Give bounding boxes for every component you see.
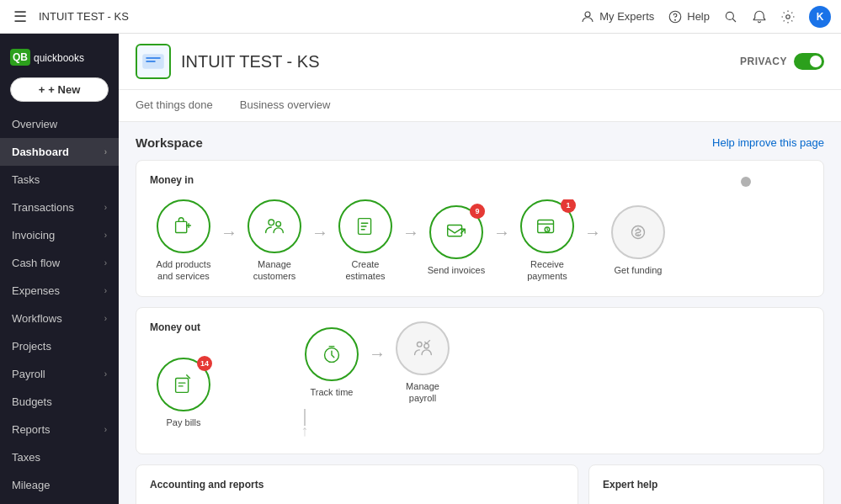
svg-point-21: [424, 343, 429, 348]
notifications-button[interactable]: [752, 9, 767, 24]
gear-icon: [780, 9, 796, 24]
main-layout: QB quickbooks + + New Overview Dashboard…: [0, 34, 841, 504]
flow-item-send-invoices[interactable]: 9 Send invoices: [423, 205, 490, 276]
money-out-card: Money out 14 Pay bills: [136, 307, 824, 455]
search-button[interactable]: [723, 9, 738, 24]
tab-business-overview[interactable]: Business overview: [240, 90, 344, 121]
tab-get-things-done[interactable]: Get things done: [136, 90, 226, 121]
new-button-label: + New: [48, 83, 80, 96]
sidebar-item-budgets[interactable]: Budgets: [0, 388, 119, 416]
flow-circle-receive-payments: 1: [520, 199, 574, 253]
flow-item-pay-bills[interactable]: 14 Pay bills: [150, 358, 217, 428]
flow-label-add-products: Add productsand services: [157, 258, 211, 283]
money-in-flow: Add productsand services →: [150, 199, 810, 283]
svg-point-0: [585, 12, 590, 17]
flow-item-get-funding[interactable]: Get funding: [604, 205, 672, 276]
flow-circle-manage-payroll: [396, 321, 450, 375]
svg-line-4: [732, 19, 736, 22]
send-invoices-icon: [444, 220, 469, 245]
arrow-icon: →: [311, 223, 328, 242]
receive-payments-badge: 1: [561, 199, 576, 213]
arrow-icon: →: [402, 223, 419, 242]
content-area: INTUIT TEST - KS PRIVACY Get things done…: [119, 34, 841, 504]
flow-circle-manage-customers: [248, 199, 301, 253]
svg-rect-10: [176, 221, 187, 232]
help-improve-link[interactable]: Help improve this page: [712, 136, 824, 149]
svg-point-2: [675, 19, 676, 20]
flow-item-track-time[interactable]: Track time: [298, 327, 365, 398]
flow-label-track-time: Track time: [311, 386, 354, 398]
accounting-reports-card: Accounting and reports Get businessbanki…: [136, 464, 578, 504]
expert-help-card: Expert help Talk to abookkeeper: [588, 464, 824, 504]
flow-label-get-funding: Get funding: [615, 264, 663, 276]
sidebar-item-expenses[interactable]: Expenses ›: [0, 277, 119, 305]
help-button[interactable]: Help: [668, 9, 710, 24]
svg-rect-14: [448, 225, 462, 236]
flow-label-manage-payroll: Managepayroll: [406, 380, 439, 405]
sidebar-logo: QB quickbooks: [0, 34, 119, 77]
flow-item-add-products[interactable]: Add productsand services: [150, 199, 217, 283]
privacy-toggle[interactable]: PRIVACY: [740, 53, 824, 70]
sidebar-item-workflows[interactable]: Workflows ›: [0, 305, 119, 332]
send-invoices-badge: 9: [470, 204, 485, 219]
flow-label-create-estimates: Createestimates: [345, 258, 385, 283]
sidebar-item-payroll[interactable]: Payroll ›: [0, 360, 119, 388]
chevron-right-icon: ›: [104, 369, 107, 379]
svg-point-5: [786, 14, 790, 19]
sidebar-item-projects[interactable]: Projects: [0, 332, 119, 360]
workspace-header: Workspace Help improve this page: [136, 135, 824, 150]
sidebar-item-taxes[interactable]: Taxes: [0, 443, 119, 471]
sidebar-label-taxes: Taxes: [12, 451, 40, 464]
sidebar-item-overview[interactable]: Overview: [0, 110, 119, 138]
arrow-icon: →: [369, 344, 386, 363]
sidebar-label-payroll: Payroll: [12, 368, 45, 380]
sidebar-item-dashboard[interactable]: Dashboard ›: [0, 138, 119, 166]
svg-point-12: [276, 221, 281, 226]
new-button[interactable]: + + New: [10, 77, 109, 102]
user-avatar[interactable]: K: [809, 6, 831, 28]
hamburger-menu-icon[interactable]: ☰: [10, 4, 30, 29]
sidebar-item-transactions[interactable]: Transactions ›: [0, 194, 119, 221]
settings-button[interactable]: [780, 9, 796, 24]
pay-bills-icon: [171, 372, 196, 397]
sidebar-navigation: Overview Dashboard › Tasks Transactions …: [0, 110, 119, 504]
flow-item-receive-payments[interactable]: 1 Receivepayments: [514, 199, 581, 283]
flow-circle-track-time: [305, 327, 359, 381]
flow-label-send-invoices: Send invoices: [428, 264, 486, 276]
money-in-card: Money in Add productsand services: [136, 160, 824, 297]
top-navigation: ☰ INTUIT TEST - KS My Experts Help K: [0, 0, 841, 34]
sidebar-item-accounting[interactable]: Accounting ›: [0, 499, 119, 504]
sidebar-label-budgets: Budgets: [12, 395, 52, 408]
sidebar-label-expenses: Expenses: [12, 284, 60, 297]
chevron-right-icon: ›: [104, 231, 107, 240]
sidebar-item-invoicing[interactable]: Invoicing ›: [0, 221, 119, 249]
bell-icon: [752, 9, 767, 24]
track-time-icon: [319, 342, 344, 367]
chevron-right-icon: ›: [104, 425, 107, 434]
help-label: Help: [687, 10, 710, 23]
company-name: INTUIT TEST - KS: [181, 52, 319, 72]
sidebar-item-reports[interactable]: Reports ›: [0, 416, 119, 443]
company-header: INTUIT TEST - KS PRIVACY: [119, 34, 841, 90]
flow-item-manage-payroll[interactable]: Managepayroll: [389, 321, 456, 405]
sidebar: QB quickbooks + + New Overview Dashboard…: [0, 34, 119, 504]
expert-help-label: Expert help: [603, 479, 810, 491]
sidebar-item-tasks[interactable]: Tasks: [0, 166, 119, 194]
sidebar-item-mileage[interactable]: Mileage: [0, 471, 119, 499]
my-experts-button[interactable]: My Experts: [580, 9, 654, 24]
flow-item-create-estimates[interactable]: Createestimates: [332, 199, 399, 283]
top-nav-company-title: INTUIT TEST - KS: [39, 10, 572, 23]
svg-point-20: [417, 342, 422, 347]
money-out-flow: 14 Pay bills: [150, 347, 810, 441]
money-in-label: Money in: [150, 174, 810, 186]
privacy-switch[interactable]: [794, 53, 824, 70]
connector-area: Track time →: [221, 321, 456, 441]
flow-circle-create-estimates: [338, 199, 392, 253]
flow-item-manage-customers[interactable]: Managecustomers: [241, 199, 308, 283]
company-logo-icon: [141, 50, 165, 73]
workspace-title: Workspace: [136, 135, 203, 150]
arrow-icon: →: [584, 223, 601, 242]
sidebar-item-cashflow[interactable]: Cash flow ›: [0, 249, 119, 277]
svg-point-11: [269, 220, 274, 225]
pay-bills-badge: 14: [197, 356, 212, 371]
